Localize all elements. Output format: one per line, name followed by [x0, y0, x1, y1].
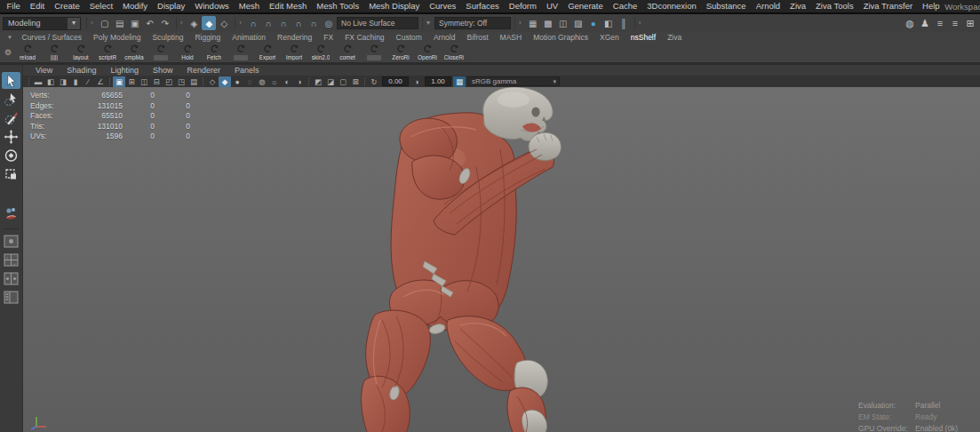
- menu-item[interactable]: Windows: [190, 0, 235, 12]
- camera-lock-icon[interactable]: ◨: [57, 76, 69, 87]
- menu-item[interactable]: Curves: [425, 0, 461, 12]
- bounding-box-icon[interactable]: ◌: [243, 76, 256, 87]
- four-pane-icon[interactable]: ⊞: [125, 76, 138, 87]
- scale-tool-button[interactable]: [2, 165, 20, 182]
- select-object-icon[interactable]: ◆: [202, 16, 216, 30]
- menu-item[interactable]: Edit Mesh: [265, 0, 312, 12]
- shelf-button[interactable]: |||||: [41, 43, 68, 62]
- menu-item[interactable]: Substance: [701, 0, 751, 12]
- menu-item[interactable]: Ziva: [785, 0, 811, 12]
- shelf-tab[interactable]: Custom: [390, 32, 427, 43]
- group-divider-icon[interactable]: ›: [235, 17, 245, 29]
- shadows-icon[interactable]: ◐: [281, 76, 293, 87]
- outliner-layout-button[interactable]: [3, 290, 20, 305]
- chevron-down-icon[interactable]: ▾: [553, 78, 559, 85]
- pause-viewport-icon[interactable]: ║: [617, 16, 631, 30]
- group-divider-icon[interactable]: ›: [634, 17, 645, 29]
- gamma-icon[interactable]: ◑: [410, 76, 423, 87]
- shelf-button[interactable]: Fetch: [201, 43, 227, 62]
- shelf-button[interactable]: layout: [68, 43, 94, 62]
- panel-menu-item[interactable]: Panels: [227, 65, 267, 76]
- menu-item[interactable]: Edit: [25, 0, 49, 12]
- open-scene-icon[interactable]: ▤: [113, 16, 127, 30]
- shelf-button[interactable]: [227, 43, 254, 62]
- shelf-button[interactable]: comet: [334, 43, 361, 62]
- menu-item[interactable]: Generate: [563, 0, 609, 12]
- shelf-tab[interactable]: Poly Modeling: [88, 32, 147, 43]
- rotate-tool-button[interactable]: [2, 147, 20, 164]
- ipr-render-icon[interactable]: ◫: [556, 16, 570, 30]
- shelf-button[interactable]: ZeroRi: [387, 43, 414, 62]
- menu-item[interactable]: Mesh Tools: [312, 0, 364, 12]
- snap-curve-icon[interactable]: ∩: [261, 16, 275, 30]
- wireframe-icon[interactable]: ◇: [206, 76, 219, 87]
- make-live-icon[interactable]: ◎: [322, 16, 336, 30]
- menu-item[interactable]: Display: [153, 0, 190, 12]
- isolate-select-icon[interactable]: ▢: [337, 76, 349, 87]
- shelf-tab[interactable]: nsShelf: [625, 32, 661, 43]
- image-plane-icon[interactable]: ∕: [82, 76, 94, 87]
- menu-item[interactable]: Modify: [118, 0, 153, 12]
- menu-item[interactable]: Mesh: [234, 0, 264, 12]
- last-tool-sculpt-button[interactable]: [2, 205, 20, 222]
- shelf-options-gear-icon[interactable]: ⚙: [2, 43, 14, 62]
- menu-item[interactable]: Help: [918, 0, 945, 12]
- view-transform-toggle-icon[interactable]: ▦: [453, 76, 466, 87]
- menu-item[interactable]: 3Dconnexion: [642, 0, 701, 12]
- menu-item[interactable]: Cache: [608, 0, 641, 12]
- colorspace-dropdown[interactable]: sRGB gamma ▾: [467, 76, 560, 86]
- shelf-button[interactable]: [147, 43, 174, 62]
- panel-layout-icon[interactable]: ▤: [187, 76, 200, 87]
- shelf-tab[interactable]: Bifrost: [461, 32, 494, 43]
- hypershade-icon[interactable]: ●: [586, 16, 601, 30]
- move-tool-button[interactable]: [2, 128, 20, 145]
- shelf-button[interactable]: [361, 43, 387, 62]
- select-camera-icon[interactable]: ▬: [32, 76, 44, 87]
- shelf-button[interactable]: CloseRi: [441, 43, 467, 62]
- tool-settings-icon[interactable]: ≡: [948, 16, 962, 30]
- gamma-field[interactable]: 1.00: [425, 76, 451, 86]
- shelf-tab[interactable]: Animation: [227, 32, 272, 43]
- render-settings-icon[interactable]: ▨: [571, 16, 586, 30]
- snap-point-icon[interactable]: ∩: [276, 16, 291, 30]
- shelf-tab[interactable]: FX: [318, 32, 339, 43]
- textured-icon[interactable]: ◍: [256, 76, 268, 87]
- menu-item[interactable]: Create: [50, 0, 85, 12]
- menu-item[interactable]: Surfaces: [461, 0, 505, 12]
- shelf-tab[interactable]: Rigging: [189, 32, 227, 43]
- render-current-frame-icon[interactable]: ▩: [541, 16, 555, 30]
- paint-select-tool-button[interactable]: [2, 109, 20, 126]
- shelf-button[interactable]: reload: [14, 43, 41, 62]
- shelf-tab[interactable]: Ziva: [662, 32, 688, 43]
- menu-item[interactable]: UV: [541, 0, 562, 12]
- panel-menu-item[interactable]: Lighting: [103, 65, 146, 76]
- panel-menu-item[interactable]: Show: [146, 65, 180, 76]
- group-divider-icon[interactable]: ▾: [422, 17, 434, 29]
- shelf-tab[interactable]: Rendering: [272, 32, 318, 43]
- redo-icon[interactable]: ↷: [158, 16, 172, 30]
- shelf-button[interactable]: Hold: [174, 43, 201, 62]
- shelf-button[interactable]: skin2.0: [307, 43, 334, 62]
- character-controls-icon[interactable]: ♟: [918, 16, 932, 30]
- chevron-down-icon[interactable]: ▾: [68, 18, 80, 29]
- single-pane-icon[interactable]: ▣: [113, 76, 125, 87]
- viewport-canvas[interactable]: Verts: 65655 0 0 Edges: 131015 0 0: [22, 87, 980, 432]
- shelf-button[interactable]: Import: [281, 43, 307, 62]
- menu-item[interactable]: File: [2, 0, 25, 12]
- outliner-persp-icon[interactable]: ◳: [175, 76, 187, 87]
- two-pane-layout-button[interactable]: [3, 271, 20, 286]
- save-scene-icon[interactable]: ▣: [128, 16, 142, 30]
- shelf-menu-icon[interactable]: ▾: [4, 34, 16, 41]
- group-divider-icon[interactable]: ›: [176, 17, 187, 29]
- menu-item[interactable]: Arnold: [751, 0, 785, 12]
- symmetry-field[interactable]: Symmetry: Off: [434, 17, 511, 29]
- shelf-tab[interactable]: Motion Graphics: [528, 32, 594, 43]
- channel-box-icon[interactable]: ⊞: [963, 16, 977, 30]
- attribute-editor-icon[interactable]: ≡: [933, 16, 947, 30]
- two-pane-stacked-icon[interactable]: ⊟: [150, 76, 163, 87]
- bookmark-icon[interactable]: ▮: [69, 76, 82, 87]
- menu-item[interactable]: Ziva Transfer: [858, 0, 917, 12]
- panel-menu-item[interactable]: View: [28, 65, 60, 76]
- snap-projected-center-icon[interactable]: ∩: [291, 16, 306, 30]
- live-surface-field[interactable]: No Live Surface: [337, 17, 418, 29]
